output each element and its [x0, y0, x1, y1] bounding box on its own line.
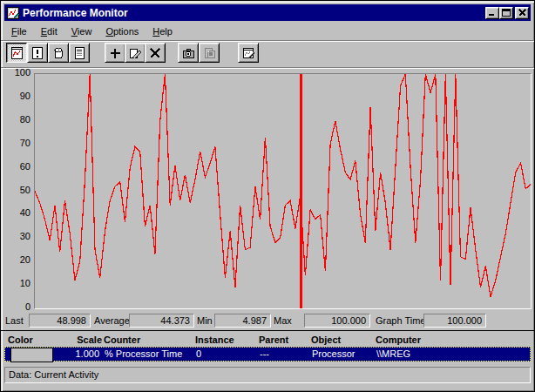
legend-cell-parent: ---: [260, 348, 269, 361]
menu-separator: [1, 40, 534, 42]
processor-time-line: [35, 74, 531, 297]
legend-cell-instance: 0: [196, 348, 201, 361]
minimize-icon: [488, 9, 497, 17]
options-button[interactable]: [238, 43, 259, 63]
menu-view[interactable]: View: [64, 24, 99, 38]
stat-label-last: Last: [5, 314, 24, 328]
y-axis-tick: 80: [1, 114, 30, 125]
chart-view-icon: [10, 46, 24, 60]
minimize-button[interactable]: [485, 7, 499, 19]
y-axis-tick: 60: [1, 161, 30, 172]
alert-view-button[interactable]: [27, 43, 48, 63]
y-axis-tick: 30: [1, 231, 30, 242]
y-axis-tick: 90: [1, 91, 30, 102]
stat-label-max: Max: [274, 314, 292, 328]
menu-help[interactable]: Help: [146, 24, 179, 38]
stat-label-graph-time: Graph Time: [376, 314, 425, 328]
stat-value-min: 4.987: [214, 314, 271, 328]
log-view-button[interactable]: [48, 43, 69, 63]
report-view-icon: [72, 46, 86, 60]
stat-label-min: Min: [197, 314, 213, 328]
performance-monitor-window: Performance Monitor File Edit View Optio…: [0, 0, 535, 392]
legend-header-counter: Counter: [104, 333, 140, 347]
menu-file[interactable]: File: [4, 24, 34, 38]
chart-options-icon: [241, 46, 255, 60]
status-bar: Data: Current Activity: [4, 367, 531, 383]
y-axis-tick: 0: [1, 301, 30, 313]
stat-value-average: 44.373: [129, 314, 194, 328]
legend-header-computer: Computer: [376, 333, 421, 347]
menu-options[interactable]: Options: [98, 24, 146, 38]
chart-line-svg: [35, 74, 531, 308]
add-counter-button[interactable]: [105, 43, 125, 63]
modify-counter-icon: [128, 46, 142, 60]
y-axis-tick: 70: [1, 138, 30, 149]
legend-header: Color Scale Counter Instance Parent Obje…: [4, 333, 531, 347]
report-view-button[interactable]: [69, 43, 90, 63]
legend-cell-computer: \\MREG: [376, 348, 410, 361]
alert-view-icon: [30, 46, 44, 60]
update-data-camera-icon: [181, 46, 195, 60]
legend-header-color: Color: [8, 333, 33, 347]
legend-cell-counter: % Processor Time: [105, 348, 182, 361]
stat-value-graph-time: 100.000: [423, 314, 486, 328]
modify-counter-button[interactable]: [125, 43, 146, 63]
chart-view-button[interactable]: [6, 43, 27, 63]
log-view-icon: [51, 46, 65, 60]
y-axis-tick: 50: [1, 185, 30, 196]
delete-counter-button[interactable]: [145, 43, 166, 63]
menu-bar: File Edit View Options Help: [4, 23, 531, 39]
maximize-button[interactable]: [499, 7, 513, 19]
counter-color-swatch: [10, 348, 53, 362]
bookmark-icon: [202, 46, 216, 60]
legend-header-scale: Scale: [57, 333, 102, 347]
stat-label-average: Average: [94, 314, 130, 328]
y-axis-tick: 40: [1, 207, 30, 219]
titlebar-buttons: [485, 7, 531, 19]
chart-plot-area: [34, 73, 532, 309]
bookmark-button[interactable]: [199, 43, 220, 63]
legend-header-instance: Instance: [195, 333, 234, 347]
chart-timeline-marker: [300, 74, 302, 308]
close-icon: [518, 9, 526, 17]
title-bar[interactable]: Performance Monitor: [4, 4, 531, 21]
maximize-icon: [502, 9, 511, 17]
stat-value-last: 48.998: [29, 314, 91, 328]
add-counter-icon: [108, 46, 122, 60]
legend-cell-scale: 1.000: [54, 348, 99, 361]
legend-header-parent: Parent: [259, 333, 288, 347]
window-title: Performance Monitor: [23, 7, 128, 19]
legend-row-processor-time[interactable]: 1.000 % Processor Time 0 --- Processor \…: [4, 347, 531, 362]
stat-value-max: 100.000: [304, 314, 370, 328]
close-button[interactable]: [515, 7, 529, 19]
y-axis-tick: 20: [1, 254, 30, 266]
toolbar-separator: [1, 67, 534, 69]
app-icon: [6, 6, 20, 20]
y-axis-tick: 100: [1, 67, 30, 78]
update-data-button[interactable]: [178, 43, 199, 63]
legend-cell-object: Processor: [312, 348, 356, 361]
menu-edit[interactable]: Edit: [34, 24, 64, 38]
legend-divider: [1, 330, 534, 331]
delete-counter-icon: [148, 46, 162, 60]
y-axis-tick: 10: [1, 278, 30, 289]
legend-header-object: Object: [311, 333, 341, 347]
